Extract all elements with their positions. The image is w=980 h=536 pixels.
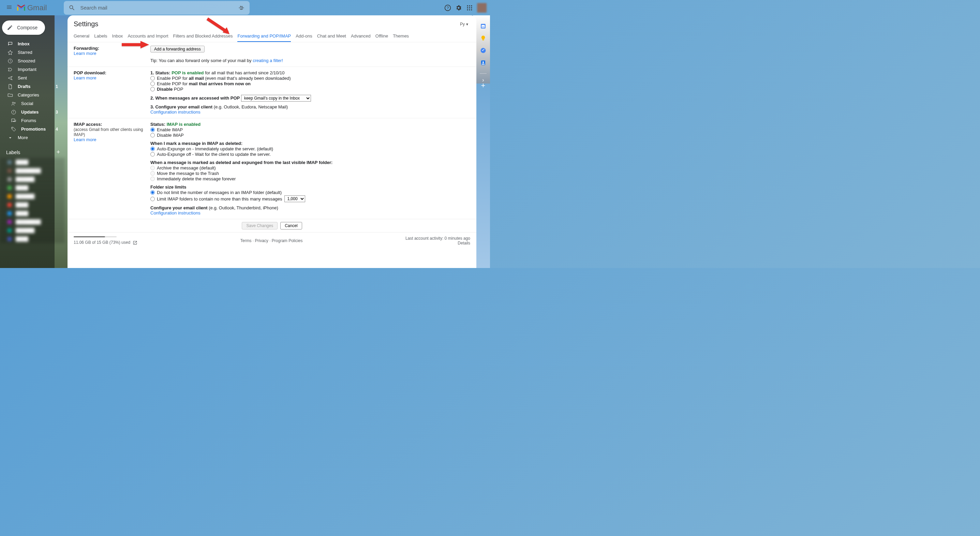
svg-point-10 xyxy=(467,9,468,10)
svg-text:31: 31 xyxy=(482,25,485,28)
imap-archive-radio[interactable] xyxy=(150,166,155,170)
side-panel: 31 + › xyxy=(476,15,490,90)
sidebar-item-drafts[interactable]: Drafts1 xyxy=(0,82,65,91)
sidebar-item-sent[interactable]: Sent xyxy=(0,74,65,82)
add-forwarding-address-button[interactable]: Add a forwarding address xyxy=(150,46,205,52)
help-icon[interactable]: ? xyxy=(444,5,451,11)
activity-text: Last account activity: 0 minutes ago xyxy=(406,236,470,241)
svg-point-0 xyxy=(240,6,241,7)
tab-labels[interactable]: Labels xyxy=(94,31,107,42)
sent-icon xyxy=(8,75,13,81)
settings-main-panel: Settings Pу▾ GeneralLabelsInboxAccounts … xyxy=(67,15,476,268)
search-input[interactable] xyxy=(80,5,238,11)
important-icon xyxy=(8,67,13,72)
pop-enable-all-radio[interactable] xyxy=(150,76,155,81)
imap-learn-more-link[interactable]: Learn more xyxy=(74,137,96,142)
imap-nolimit-radio[interactable] xyxy=(150,190,155,195)
search-bar[interactable] xyxy=(64,1,250,15)
compose-label: Compose xyxy=(17,25,38,30)
open-external-icon[interactable] xyxy=(133,240,137,245)
promo-icon xyxy=(11,127,16,132)
svg-point-9 xyxy=(471,7,472,8)
svg-point-8 xyxy=(469,7,470,8)
tasks-icon[interactable] xyxy=(480,48,486,54)
tab-chat-and-meet[interactable]: Chat and Meet xyxy=(317,31,346,42)
pop-label: POP download: xyxy=(74,70,107,75)
contacts-icon[interactable] xyxy=(480,60,486,66)
apps-grid-icon[interactable] xyxy=(466,5,473,11)
pop-enable-new-radio[interactable] xyxy=(150,81,155,86)
policies-link[interactable]: Program Policies xyxy=(272,239,303,243)
settings-gear-icon[interactable] xyxy=(455,5,462,11)
svg-point-4 xyxy=(467,5,468,6)
pop-access-select[interactable]: keep Gmail's copy in the Inbox xyxy=(241,95,311,102)
tab-general[interactable]: General xyxy=(74,31,89,42)
pop-learn-more-link[interactable]: Learn more xyxy=(74,75,96,81)
annotation-arrow-button xyxy=(120,40,151,51)
tab-offline[interactable]: Offline xyxy=(375,31,388,42)
tab-add-ons[interactable]: Add-ons xyxy=(296,31,312,42)
imap-status-value: IMAP is enabled xyxy=(167,122,200,127)
dropdown-arrow-icon: ▾ xyxy=(466,22,468,27)
cat-icon xyxy=(8,92,13,98)
more-icon xyxy=(8,135,13,140)
tab-themes[interactable]: Themes xyxy=(393,31,409,42)
calendar-icon[interactable]: 31 xyxy=(480,23,486,29)
forwarding-tip-text: Tip: You can also forward only some of y… xyxy=(150,58,253,63)
keep-icon[interactable] xyxy=(480,35,486,41)
svg-point-14 xyxy=(12,102,14,103)
settings-title: Settings xyxy=(74,20,98,28)
sidebar-item-updates[interactable]: Updates3 xyxy=(0,108,65,116)
terms-link[interactable]: Terms xyxy=(240,239,251,243)
tab-advanced[interactable]: Advanced xyxy=(351,31,371,42)
expunge-on-radio[interactable] xyxy=(150,146,155,151)
account-avatar[interactable] xyxy=(477,3,487,13)
sidebar-item-important[interactable]: Important xyxy=(0,65,65,74)
svg-point-17 xyxy=(12,127,13,128)
add-label-icon[interactable]: + xyxy=(56,149,60,156)
sidebar-item-more[interactable]: More xyxy=(0,133,65,142)
sidebar-item-inbox[interactable]: Inbox xyxy=(0,40,65,48)
annotation-arrow-tab xyxy=(204,17,235,39)
sidebar-item-forums[interactable]: Forums xyxy=(0,116,65,125)
sidebar-item-categories[interactable]: Categories xyxy=(0,91,65,99)
imap-config-link[interactable]: Configuration instructions xyxy=(150,210,200,215)
app-header: Gmail ? xyxy=(0,0,490,15)
pop-status-value: POP is enabled xyxy=(172,70,204,75)
sidebar-item-snoozed[interactable]: Snoozed xyxy=(0,57,65,65)
expunge-off-radio[interactable] xyxy=(150,152,155,156)
pop-config-link[interactable]: Configuration instructions xyxy=(150,110,200,115)
imap-delete-radio[interactable] xyxy=(150,177,155,181)
privacy-link[interactable]: Privacy xyxy=(255,239,268,243)
imap-sublabel: (access Gmail from other clients using I… xyxy=(74,127,143,137)
clock-icon xyxy=(8,58,13,64)
save-changes-button: Save Changes xyxy=(242,222,278,229)
sidebar-item-social[interactable]: Social xyxy=(0,99,65,108)
logo-text: Gmail xyxy=(27,3,47,12)
svg-point-2 xyxy=(241,8,242,10)
collapse-panel-icon[interactable]: › xyxy=(482,77,484,83)
svg-text:?: ? xyxy=(447,5,449,10)
tab-forwarding-and-pop-imap[interactable]: Forwarding and POP/IMAP xyxy=(237,31,291,42)
language-dropdown[interactable]: Pу▾ xyxy=(460,22,468,27)
forwarding-learn-more-link[interactable]: Learn more xyxy=(74,51,96,56)
gmail-logo[interactable]: Gmail xyxy=(16,3,47,12)
search-options-icon[interactable] xyxy=(238,5,245,11)
settings-button-row: Save Changes Cancel xyxy=(67,219,476,232)
svg-point-15 xyxy=(14,102,15,103)
create-filter-link[interactable]: creating a filter! xyxy=(253,58,283,63)
labels-title: Labels xyxy=(6,150,20,155)
imap-disable-radio[interactable] xyxy=(150,133,155,137)
cancel-button[interactable]: Cancel xyxy=(280,222,302,229)
imap-enable-radio[interactable] xyxy=(150,127,155,132)
imap-trash-radio[interactable] xyxy=(150,171,155,176)
sidebar-item-starred[interactable]: Starred xyxy=(0,48,65,57)
labels-section-header: Labels + xyxy=(0,146,65,158)
details-link[interactable]: Details xyxy=(458,241,470,245)
main-menu-icon[interactable] xyxy=(3,2,15,14)
compose-button[interactable]: Compose xyxy=(2,21,45,35)
imap-limit-radio[interactable] xyxy=(150,197,155,201)
sidebar-item-promotions[interactable]: Promotions4 xyxy=(0,125,65,133)
imap-limit-select[interactable]: 1,000 xyxy=(285,196,305,202)
pop-disable-radio[interactable] xyxy=(150,87,155,91)
